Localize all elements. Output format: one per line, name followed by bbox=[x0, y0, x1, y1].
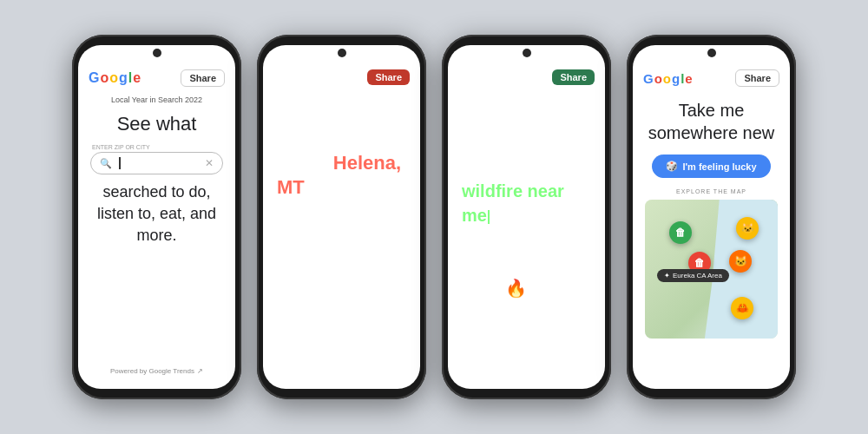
lucky-btn-label: I'm feeling lucky bbox=[682, 161, 756, 172]
trend-icon: ↗ bbox=[197, 367, 203, 375]
map-pin-yellow[interactable]: 🐱 bbox=[736, 217, 759, 240]
phone1-content: See what ENTER ZIP OR CITY 🔍 ✕ searched … bbox=[78, 104, 235, 256]
map-pin-green[interactable]: 🗑 bbox=[669, 221, 692, 244]
phone1-footer: Powered by Google Trends ↗ bbox=[78, 367, 235, 375]
phone-screen-4: Google Share Take me somewhere new 🎲 I'm… bbox=[633, 45, 790, 389]
search-icon: 🔍 bbox=[100, 158, 112, 169]
phone-2: Google Share ← Local Year in Search 2022… bbox=[257, 35, 426, 399]
phone-1: Google Share Local Year in Search 2022 S… bbox=[72, 35, 241, 399]
heading-text-1: The Abilene, TX area searched bbox=[462, 108, 564, 176]
phone-screen-1: Google Share Local Year in Search 2022 S… bbox=[78, 45, 235, 389]
phone-screen-3: Google Share The Abilene, TX area search… bbox=[448, 45, 605, 389]
location-icon: ✦ bbox=[664, 272, 670, 279]
phone1-bottom-text: searched to do, listen to, eat, and more… bbox=[90, 181, 223, 247]
google-logo-1: Google bbox=[89, 70, 141, 86]
phone3-content: The Abilene, TX area searched wildfire n… bbox=[448, 89, 605, 300]
phone3-heading: The Abilene, TX area searched wildfire n… bbox=[462, 106, 591, 300]
map-container[interactable]: 🗑 🐱 🗑 🐱 🦀 ✦ Eureka CA Area bbox=[645, 200, 778, 339]
phone4-heading: Take me somewhere new bbox=[645, 99, 778, 144]
google-logo-4: Google bbox=[643, 71, 693, 86]
feeling-lucky-button[interactable]: 🎲 I'm feeling lucky bbox=[652, 155, 770, 178]
phone2-content: Top trending in the Helena, MT area bbox=[263, 100, 420, 201]
camera-4 bbox=[707, 49, 716, 57]
google-logo-3: Google bbox=[458, 70, 503, 85]
share-button-3[interactable]: Share bbox=[552, 69, 595, 85]
google-logo-2: Google bbox=[273, 70, 321, 85]
clear-icon[interactable]: ✕ bbox=[205, 157, 214, 169]
search-cursor bbox=[119, 157, 205, 169]
phone1-see-what: See what bbox=[90, 113, 223, 135]
phone1-search-box[interactable]: 🔍 ✕ bbox=[90, 152, 223, 174]
share-button-2[interactable]: Share bbox=[367, 69, 410, 85]
phone4-content: Take me somewhere new 🎲 I'm feeling luck… bbox=[633, 90, 790, 347]
heading-text-2: area bbox=[305, 176, 349, 198]
phone2-back[interactable]: ← Local Year in Search 2022 bbox=[263, 89, 420, 100]
share-button-4[interactable]: Share bbox=[735, 69, 779, 87]
map-location-label: ✦ Eureka CA Area bbox=[657, 269, 729, 282]
phone-3: Google Share The Abilene, TX area search… bbox=[442, 35, 611, 399]
phone2-explore: Explore what's trending bbox=[263, 337, 420, 347]
location-text: Eureka CA Area bbox=[673, 272, 722, 279]
camera-3 bbox=[523, 49, 531, 57]
explore-label: EXPLORE THE MAP bbox=[645, 188, 778, 194]
phone1-subtitle: Local Year in Search 2022 bbox=[78, 95, 235, 104]
lucky-dice-icon: 🎲 bbox=[666, 161, 678, 172]
share-button-1[interactable]: Share bbox=[181, 69, 225, 87]
phone-screen-2: Google Share ← Local Year in Search 2022… bbox=[263, 45, 420, 389]
phone2-footer: Explore what's trending ↓ bbox=[263, 337, 420, 365]
footer-text: Powered by Google Trends bbox=[110, 367, 194, 375]
phone2-arrow: ↓ bbox=[263, 351, 420, 365]
phone-4: Google Share Take me somewhere new 🎲 I'm… bbox=[627, 35, 796, 399]
phone2-heading: Top trending in the Helena, MT area bbox=[277, 126, 406, 201]
map-pin-yellow2[interactable]: 🦀 bbox=[731, 297, 753, 319]
camera-2 bbox=[338, 49, 346, 57]
map-pin-orange[interactable]: 🐱 bbox=[729, 250, 752, 273]
phone1-search-label: ENTER ZIP OR CITY bbox=[90, 144, 223, 150]
camera-1 bbox=[153, 49, 161, 57]
